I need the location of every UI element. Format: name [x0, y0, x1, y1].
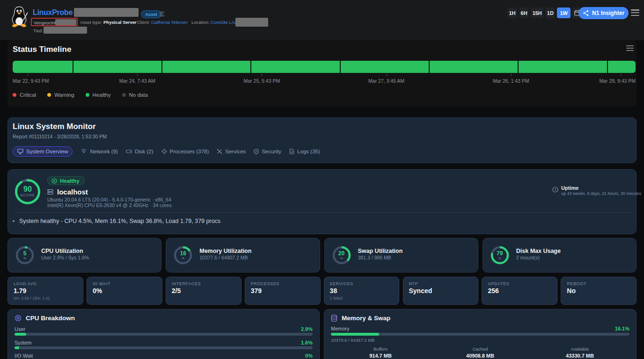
cpu-breakdown-title: CPU Breakdown: [26, 315, 75, 322]
asset-type-value: Physical Server: [103, 20, 137, 25]
timeline-menu-icon[interactable]: [626, 45, 634, 51]
tab-security[interactable]: Security: [254, 149, 281, 154]
menu-button[interactable]: [631, 9, 639, 16]
network-icon: [80, 149, 87, 154]
tab-services[interactable]: Services: [217, 149, 246, 154]
memory-sub: 10379.8 / 64367.2 MB: [331, 337, 375, 343]
tab-label: Security: [262, 149, 281, 154]
cpu-row-bar: [15, 333, 313, 336]
tied-label: Tied:: [33, 28, 43, 33]
available-label: Available: [530, 346, 629, 352]
location-value[interactable]: CoreSite LA2: [211, 20, 237, 25]
asset-type-label: Asset type:: [80, 20, 102, 25]
stat-label: INTERFACES: [172, 281, 201, 286]
timeline-tick: [511, 74, 512, 76]
legend-item-warning: Warning: [47, 92, 74, 98]
gauge-value: 5: [15, 250, 35, 257]
tab-processes[interactable]: Processes (378): [161, 149, 209, 154]
stat-card-processes: PROCESSES379: [245, 277, 321, 305]
buffers-label: Buffers: [331, 346, 430, 352]
app-title: LinuxProbe: [33, 8, 73, 17]
gauge-value: 20: [332, 250, 351, 257]
gauge-title: Swap Utilization: [358, 248, 403, 254]
clock-icon: [552, 187, 558, 193]
timeline-timestamp: Mar 26, 1:43 PM: [493, 78, 529, 84]
tab-label: Logs (35): [297, 149, 320, 154]
time-range-1h[interactable]: 1H: [507, 7, 517, 18]
tab-logs[interactable]: Logs (35): [289, 149, 320, 154]
insighter-icon: [583, 10, 589, 16]
stat-label: LOAD AVG: [14, 281, 37, 286]
time-range-1d[interactable]: 1D: [545, 7, 555, 18]
meta1-label: Vengeocint:: [34, 20, 57, 25]
hostname: localhost: [57, 188, 88, 196]
legend-item-no-data: No data: [122, 92, 148, 98]
stat-value: 1.79: [14, 287, 26, 294]
memory-row-value: 16.1%: [562, 326, 629, 331]
n1-insighter-button[interactable]: N1 Insighter: [578, 7, 629, 19]
stat-card-services: SERVICES382 failed: [324, 277, 400, 305]
timeline-bar[interactable]: [13, 61, 636, 73]
tab-label: Processes (378): [170, 149, 209, 154]
time-range-1w[interactable]: 1W: [557, 7, 571, 18]
os-info: Ubuntu 20.04.6 LTS (20.04) - 5.4.0-170-g…: [47, 197, 171, 202]
legend-label: Warning: [54, 92, 74, 98]
cpu-row-bar: [15, 346, 313, 349]
timeline-segment-divider: [73, 61, 73, 73]
health-status-label: Healthy: [60, 178, 80, 184]
stat-label: NTP: [409, 281, 418, 286]
location-label: Location:: [191, 20, 210, 25]
cached-label: Cached: [431, 346, 530, 352]
asset-badge[interactable]: Asset: [141, 10, 161, 18]
tab-label: System Overview: [26, 149, 68, 154]
gauge-title: Disk Max Usage: [516, 248, 561, 254]
timeline-segment-divider: [518, 61, 519, 73]
stat-value: 379: [251, 287, 262, 294]
stat-card-reboot: REBOOTNo: [561, 277, 637, 305]
health-summary: System healthy - CPU 4.5%, Mem 16.1%, Sw…: [13, 218, 220, 224]
client-label: Client:: [137, 20, 150, 25]
time-range-15h[interactable]: 15H: [531, 7, 543, 18]
timeline-segment-divider: [607, 61, 608, 73]
timeline-tick: [28, 74, 28, 76]
health-score-label: SCORE: [15, 193, 41, 197]
cached-col: Cached 40908.8 MB: [431, 346, 530, 359]
stat-value: 2/5: [172, 287, 181, 294]
stat-value: 256: [488, 287, 498, 294]
services-icon: [217, 149, 222, 154]
stat-card-io-wait: IO WAIT0%: [87, 277, 162, 305]
stat-card-load-avg: LOAD AVG1.795m: 2.58 / 15m: 1.41: [7, 277, 83, 305]
title-dash: -: [71, 9, 73, 16]
tab-disk[interactable]: Disk (2): [126, 149, 154, 154]
top-bar: LinuxProbe - Asset Vengeocint: Asset typ…: [0, 0, 644, 40]
stat-value: 0%: [93, 287, 102, 294]
cpu-chip-icon: [15, 315, 22, 322]
client-value[interactable]: California Telecom: [151, 20, 188, 25]
cpu-row-value: 2.9%: [247, 326, 313, 332]
cpu-breakdown-title-row: CPU Breakdown: [15, 315, 75, 322]
tab-network[interactable]: Network (9): [80, 149, 117, 154]
timeline-timestamp: Mar 27, 3:45 AM: [368, 78, 404, 84]
stat-label: IO WAIT: [93, 281, 110, 286]
legend-dot: [47, 93, 51, 97]
available-value: 43330.7 MB: [530, 353, 629, 359]
gauge-value: 16: [173, 250, 193, 257]
system-overview-icon: [17, 149, 23, 154]
time-range-6h[interactable]: 6H: [519, 7, 529, 18]
legend-dot: [86, 93, 89, 97]
stat-card-interfaces: INTERFACES2/5: [166, 277, 242, 305]
database-icon: [331, 315, 337, 322]
timeline-ticks: [13, 74, 636, 77]
memory-swap-title-row: Memory & Swap: [331, 315, 390, 322]
stat-sub: 5m: 2.58 / 15m: 1.41: [14, 296, 50, 301]
list-icon[interactable]: [160, 11, 166, 17]
tab-system-overview[interactable]: System Overview: [13, 146, 73, 157]
gauge-title: Memory Utilization: [199, 248, 251, 254]
uptime-value: up 43 weeks, 8 days, 21 hours, 30 minute…: [561, 191, 641, 196]
timeline-segment-divider: [250, 61, 251, 73]
buffers-col: Buffers 914.7 MB: [331, 346, 430, 359]
logs-icon: [289, 149, 294, 154]
security-icon: [254, 149, 259, 154]
gauge-sub: User 2.9% / Sys 1.6%: [41, 255, 89, 260]
timeline-tick: [621, 74, 621, 76]
